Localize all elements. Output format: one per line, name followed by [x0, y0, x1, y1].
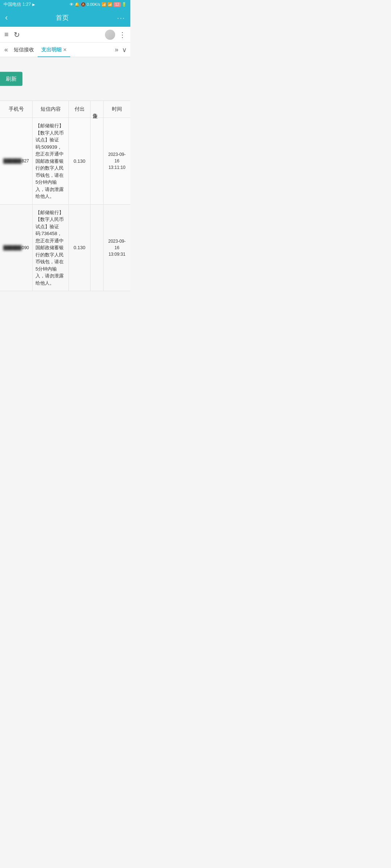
back-button[interactable]: ‹	[5, 13, 8, 22]
refresh-button[interactable]: 刷新	[0, 72, 22, 86]
tab-expense-detail[interactable]: 支出明细 ✕	[38, 43, 70, 57]
td-content-1: 【邮储银行】【数字人民币试点】验证码:736458，您正在开通中国邮政储蓄银行的…	[33, 205, 69, 291]
toolbar-right: ⋮	[105, 30, 126, 40]
network-speed-label: 0.00K/s	[87, 2, 100, 7]
wifi-icon: 📶	[101, 2, 106, 7]
th-content: 短信内容	[33, 101, 69, 118]
tab-expense-detail-label: 支出明细	[41, 47, 62, 53]
th-pay: 付出	[69, 101, 91, 118]
table-row: ██████090 【邮储银行】【数字人民币试点】验证码:736458，您正在开…	[0, 205, 130, 292]
sms-content-0: 【邮储银行】【数字人民币试点】验证码:509939，您正在开通中国邮政储蓄银行的…	[35, 122, 66, 200]
td-pay-1: 0.130	[69, 205, 91, 291]
th-time: 时间	[104, 101, 130, 118]
sms-content-1: 【邮储银行】【数字人民币试点】验证码:736458，您正在开通中国邮政储蓄银行的…	[35, 209, 66, 287]
tab-close-button[interactable]: ✕	[63, 47, 67, 52]
tab-expand-button[interactable]: ∨	[121, 46, 128, 54]
alarm-icon: 🔔	[75, 2, 80, 7]
td-note-0	[91, 118, 104, 204]
status-right: 👁 🔔 🔕 0.00K/s 📶 📶 12 🔋	[70, 2, 127, 7]
th-note: 备注	[91, 101, 104, 118]
signal-icon: 📶	[108, 2, 113, 7]
tab-bar: « 短信接收 支出明细 ✕ » ∨	[0, 43, 130, 57]
td-pay-0: 0.130	[69, 118, 91, 204]
time-value-0: 2023-09-16 13:11:10	[106, 151, 127, 171]
mute-icon: 🔕	[81, 2, 86, 7]
tab-prev-button[interactable]: «	[2, 46, 10, 54]
status-left: 中国电信 1:27 ▶	[4, 1, 35, 8]
battery-icon: 🔋	[122, 2, 127, 7]
live-icon: ▶	[32, 3, 35, 7]
toolbar-more-icon[interactable]: ⋮	[119, 30, 126, 39]
tab-sms-receive-label: 短信接收	[14, 47, 34, 53]
page-title: 首页	[56, 13, 69, 22]
battery-label: 12	[114, 2, 121, 7]
td-time-1: 2023-09-16 13:09:31	[104, 205, 130, 291]
time-label: 1:27	[22, 2, 31, 7]
td-phone-1: ██████090	[0, 205, 33, 291]
refresh-icon[interactable]: ↻	[14, 30, 20, 39]
phone-suffix-0: 827	[22, 158, 29, 163]
menu-icon[interactable]: ≡	[4, 30, 9, 39]
more-button[interactable]: ···	[117, 14, 125, 22]
table-row: ██████827 【邮储银行】【数字人民币试点】验证码:509939，您正在开…	[0, 118, 130, 205]
avatar-image	[105, 30, 115, 40]
phone-suffix-1: 090	[22, 245, 29, 250]
toolbar: ≡ ↻ ⋮	[0, 27, 130, 43]
title-bar: ‹ 首页 ···	[0, 9, 130, 27]
td-content-0: 【邮储银行】【数字人民币试点】验证码:509939，您正在开通中国邮政储蓄银行的…	[33, 118, 69, 204]
td-phone-0: ██████827	[0, 118, 33, 204]
carrier-label: 中国电信	[4, 1, 21, 8]
eye-icon: 👁	[70, 2, 73, 7]
phone-blur-1: ██████	[3, 245, 22, 250]
table-header: 手机号 短信内容 付出 备注 时间	[0, 101, 130, 118]
content-area: 刷新	[0, 57, 130, 101]
time-value-1: 2023-09-16 13:09:31	[106, 238, 127, 258]
avatar[interactable]	[105, 30, 115, 40]
tab-sms-receive[interactable]: 短信接收	[10, 43, 38, 57]
td-time-0: 2023-09-16 13:11:10	[104, 118, 130, 204]
td-note-1	[91, 205, 104, 291]
table-container: 手机号 短信内容 付出 备注 时间 ██████827 【邮储银行】【数字人民币…	[0, 101, 130, 291]
toolbar-left: ≡ ↻	[4, 30, 105, 39]
tab-next-button[interactable]: »	[113, 46, 121, 54]
phone-blur-0: ██████	[3, 158, 22, 163]
status-bar: 中国电信 1:27 ▶ 👁 🔔 🔕 0.00K/s 📶 📶 12 🔋	[0, 0, 130, 9]
th-phone: 手机号	[0, 101, 33, 118]
